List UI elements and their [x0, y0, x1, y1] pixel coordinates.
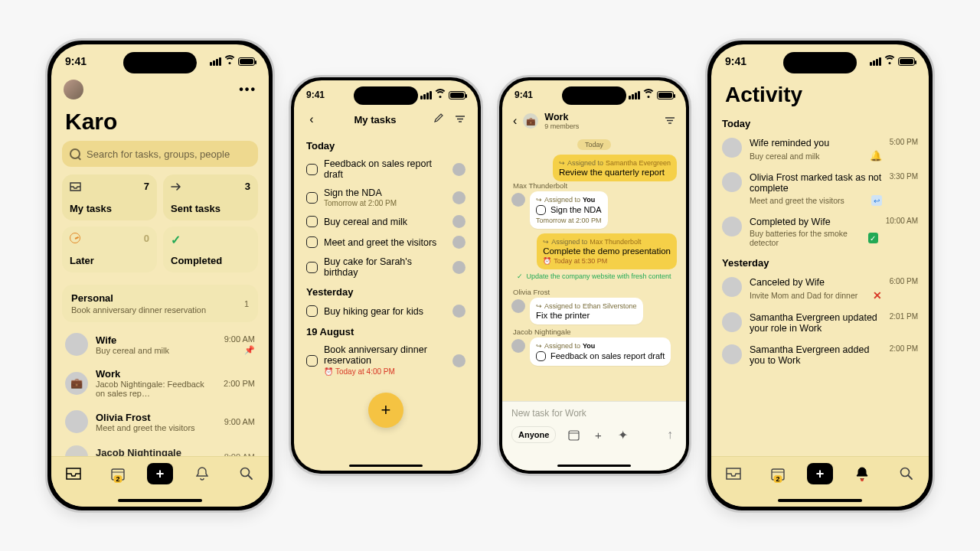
task-row[interactable]: Sign the NDATomorrow at 2:00 PM: [306, 184, 466, 211]
svg-line-15: [908, 475, 912, 479]
message-with-avatar: ↪ Assigned to You Feedback on sales repo…: [511, 337, 677, 366]
tab-inbox[interactable]: [718, 463, 749, 484]
filter-icon[interactable]: [453, 112, 467, 126]
battery-icon: [238, 57, 255, 66]
checkbox-icon[interactable]: [306, 192, 318, 204]
profile-avatar[interactable]: [64, 80, 83, 99]
card-label: Later: [70, 255, 94, 266]
filter-icon[interactable]: [665, 114, 675, 128]
back-icon[interactable]: ‹: [305, 112, 318, 126]
task-row[interactable]: Buy hiking gear for kids: [306, 301, 466, 321]
checkbox-icon[interactable]: [536, 351, 546, 361]
section-count: 1: [244, 299, 249, 308]
thread-row[interactable]: Wife Buy cereal and milk 9:00 AM 📌: [56, 327, 264, 362]
activity-row[interactable]: Wife reminded youBuy cereal and milk🔔 5:…: [722, 132, 918, 167]
checkbox-icon[interactable]: [306, 262, 318, 273]
message-with-avatar: ↪ Assigned to You Sign the NDA Tomorrow …: [511, 191, 677, 229]
activity-time: 6:00 PM: [890, 277, 918, 285]
thread-row[interactable]: 💼 Work Jacob Nightingale: Feedback on sa…: [56, 362, 264, 404]
activity-row[interactable]: Canceled by WifeInvite Mom and Dad for d…: [722, 272, 918, 307]
tab-add-button[interactable]: +: [147, 463, 173, 484]
section-header: 19 August: [306, 326, 466, 337]
message-bubble-sent[interactable]: ↪ Assigned to Max Thunderbolt Complete t…: [537, 233, 677, 269]
tab-inbox[interactable]: [58, 463, 89, 484]
checkbox-icon[interactable]: [306, 236, 318, 248]
task-row[interactable]: Buy cereal and milk: [306, 211, 466, 232]
home-indicator[interactable]: [349, 465, 423, 467]
tab-search[interactable]: [891, 463, 922, 484]
composer-input[interactable]: New task for Work: [511, 408, 677, 419]
home-indicator[interactable]: [778, 499, 862, 502]
tab-search[interactable]: [231, 463, 262, 484]
card-completed[interactable]: ✓ Completed: [163, 227, 258, 272]
message-bubble-received[interactable]: ↪ Assigned to Ethan Silverstone Fix the …: [530, 298, 643, 324]
home-indicator[interactable]: [118, 499, 202, 502]
message-bubble-received[interactable]: ↪ Assigned to You Feedback on sales repo…: [530, 337, 671, 366]
activity-row[interactable]: Samantha Evergreen added you to Work 2:0…: [722, 339, 918, 371]
message-bubble-received[interactable]: ↪ Assigned to You Sign the NDA Tomorrow …: [530, 191, 608, 229]
activity-time: 2:00 PM: [890, 344, 918, 353]
alarm-icon: ⏰: [543, 257, 551, 265]
assign-icon: ↪: [536, 196, 542, 204]
search-input[interactable]: Search for tasks, groups, people: [62, 141, 258, 167]
attach-icon[interactable]: +: [591, 429, 605, 442]
task-text: Meet and greet the visitors: [324, 237, 446, 248]
assignee-picker[interactable]: Anyone: [511, 426, 556, 443]
home-indicator[interactable]: [557, 465, 631, 467]
assignee-avatar: [452, 354, 466, 367]
activity-row[interactable]: Olivia Frost marked task as not complete…: [722, 167, 918, 211]
tab-add-button[interactable]: +: [807, 463, 833, 484]
checkbox-icon[interactable]: [306, 305, 318, 317]
dynamic-island: [354, 86, 418, 105]
edit-icon[interactable]: [432, 112, 446, 126]
checkbox-icon[interactable]: [306, 355, 318, 367]
avatar: [722, 172, 742, 192]
more-icon[interactable]: •••: [239, 83, 256, 96]
back-icon[interactable]: ‹: [513, 114, 517, 128]
group-avatar[interactable]: 💼: [523, 113, 538, 129]
assignee: You: [583, 342, 595, 350]
activity-title: Completed by Wife: [750, 217, 878, 227]
tab-notifications[interactable]: [847, 463, 877, 484]
date-icon[interactable]: [567, 429, 580, 441]
thread-name: Olivia Frost: [96, 412, 217, 423]
task-due: ⏰Today at 4:00 PM: [324, 367, 395, 376]
sender-label: Jacob Nightingale: [513, 328, 675, 336]
tab-calendar[interactable]: 2: [103, 463, 133, 484]
checkbox-icon[interactable]: [306, 216, 318, 227]
group-name: Work: [544, 112, 658, 122]
activity-row[interactable]: Samantha Evergreen updated your role in …: [722, 307, 918, 339]
task-text: Book anniversary dinner reservation: [324, 344, 446, 366]
thread-time: 9:00 AM: [224, 417, 255, 426]
wifi-icon: [224, 57, 235, 65]
tab-notifications[interactable]: [187, 463, 217, 484]
undo-status-icon: ↩: [871, 195, 882, 206]
card-later[interactable]: 0 Later: [62, 227, 157, 272]
sparkle-icon[interactable]: ✦: [616, 428, 629, 442]
activity-row[interactable]: Completed by WifeBuy batteries for the s…: [722, 211, 918, 253]
signal-icon: [629, 91, 640, 99]
avatar: [722, 344, 742, 364]
thread-row[interactable]: Olivia Frost Meet and greet the visitors…: [56, 404, 264, 439]
battery-icon: [898, 57, 915, 66]
assignee-avatar: [452, 236, 466, 249]
task-row[interactable]: Buy cake for Sarah's birthday: [306, 253, 466, 282]
svg-rect-10: [569, 431, 579, 440]
task-row[interactable]: Meet and greet the visitors: [306, 232, 466, 253]
task-row[interactable]: Book anniversary dinner reservation⏰Toda…: [306, 341, 466, 380]
card-my-tasks[interactable]: 7 My tasks: [62, 174, 157, 220]
task-row[interactable]: Feedback on sales report draft: [306, 155, 466, 184]
assignee-avatar: [452, 215, 466, 228]
personal-section[interactable]: Personal Book anniversary dinner reserva…: [62, 285, 258, 322]
checkbox-icon[interactable]: [306, 164, 318, 175]
composer: New task for Work Anyone + ✦ ↑: [502, 401, 686, 471]
avatar: 💼: [65, 372, 88, 395]
checkbox-icon[interactable]: [536, 205, 546, 215]
send-icon[interactable]: ↑: [663, 428, 677, 442]
tab-calendar[interactable]: 2: [763, 463, 793, 484]
section-subtitle: Book anniversary dinner reservation: [71, 305, 249, 315]
fab-add-button[interactable]: +: [368, 393, 403, 428]
card-sent-tasks[interactable]: 3 Sent tasks: [163, 174, 258, 220]
message-bubble-sent[interactable]: ↪ Assigned to Samantha Evergreen Review …: [553, 155, 677, 181]
battery-icon: [449, 91, 466, 99]
